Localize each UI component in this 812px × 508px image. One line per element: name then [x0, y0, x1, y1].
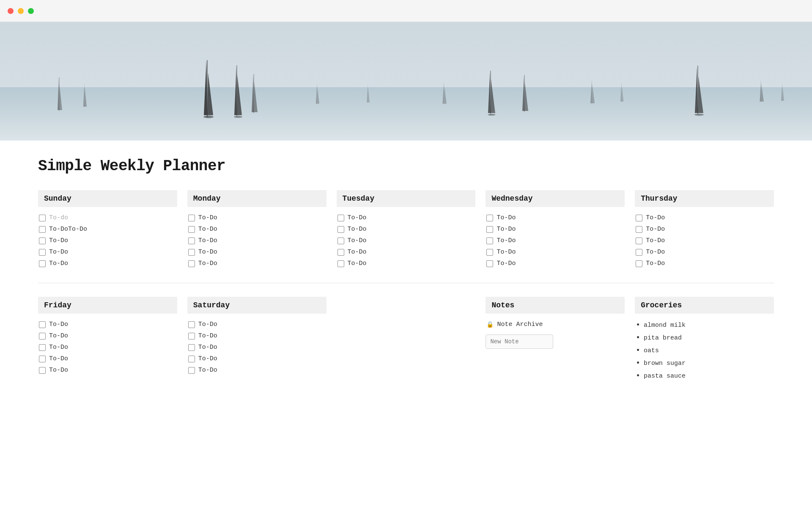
minimize-button[interactable] — [18, 8, 24, 14]
checkbox[interactable] — [188, 226, 195, 233]
todo-item[interactable]: To-Do — [187, 364, 326, 376]
todo-item[interactable]: To-Do — [337, 258, 476, 269]
todo-item[interactable]: To-Do — [337, 224, 476, 235]
todo-item[interactable]: To-Do — [337, 235, 476, 246]
svg-marker-9 — [59, 85, 62, 110]
checkbox[interactable] — [188, 249, 195, 256]
todo-item[interactable]: To-Do — [187, 224, 326, 235]
page-title: Simple Weekly Planner — [38, 157, 774, 175]
svg-marker-23 — [695, 67, 698, 113]
checkbox[interactable] — [188, 321, 195, 328]
todo-text: To-Do — [198, 226, 217, 233]
todo-item[interactable]: To-Do — [337, 246, 476, 258]
checkbox[interactable] — [39, 344, 46, 351]
checkbox[interactable] — [188, 237, 195, 244]
checkbox[interactable] — [39, 215, 46, 221]
todo-item[interactable]: To-DoTo-Do — [38, 224, 177, 235]
checkbox[interactable] — [636, 226, 642, 233]
day-column-friday: FridayTo-DoTo-DoTo-DoTo-DoTo-Do — [38, 297, 177, 376]
todo-text: To-Do — [198, 332, 217, 340]
todo-item[interactable]: To-Do — [187, 319, 326, 330]
checkbox[interactable] — [188, 260, 195, 267]
todo-item[interactable]: To-Do — [38, 246, 177, 258]
todo-item[interactable]: To-Do — [38, 235, 177, 246]
todo-item[interactable]: To-Do — [635, 258, 774, 269]
checkbox[interactable] — [636, 249, 642, 256]
checkbox[interactable] — [188, 367, 195, 374]
todo-item[interactable]: To-Do — [486, 212, 625, 224]
checkbox[interactable] — [188, 356, 195, 362]
todo-item[interactable]: To-Do — [486, 246, 625, 258]
day-column-sunday: SundayTo-doTo-DoTo-DoTo-DoTo-DoTo-Do — [38, 190, 177, 269]
todo-item[interactable]: To-Do — [337, 212, 476, 224]
day-column-monday: MondayTo-DoTo-DoTo-DoTo-DoTo-Do — [187, 190, 326, 269]
note-archive-link[interactable]: 🔒Note Archive — [486, 319, 625, 330]
svg-marker-33 — [590, 80, 592, 103]
checkbox[interactable] — [39, 260, 46, 267]
checkbox[interactable] — [486, 237, 493, 244]
checkbox[interactable] — [636, 260, 642, 267]
todo-text: To-Do — [348, 237, 367, 244]
todo-item[interactable]: To-Do — [187, 212, 326, 224]
checkbox[interactable] — [636, 237, 642, 244]
todo-item[interactable]: To-Do — [635, 224, 774, 235]
todo-item[interactable]: To-do — [38, 212, 177, 224]
checkbox[interactable] — [39, 333, 46, 340]
todo-item[interactable]: To-Do — [38, 342, 177, 353]
new-note-input[interactable] — [486, 334, 553, 349]
checkbox[interactable] — [337, 226, 344, 233]
close-button[interactable] — [8, 8, 14, 14]
day-column-tuesday: TuesdayTo-DoTo-DoTo-DoTo-DoTo-Do — [337, 190, 476, 269]
todo-item[interactable]: To-Do — [187, 342, 326, 353]
checkbox[interactable] — [486, 226, 493, 233]
checkbox[interactable] — [39, 356, 46, 362]
checkbox[interactable] — [39, 226, 46, 233]
todo-text: To-Do — [49, 332, 68, 340]
checkbox[interactable] — [188, 344, 195, 351]
todo-item[interactable]: To-Do — [486, 224, 625, 235]
todo-text: To-Do — [646, 226, 665, 233]
todo-text: To-Do — [49, 321, 68, 328]
checkbox[interactable] — [486, 249, 493, 256]
checkbox[interactable] — [39, 249, 46, 256]
groceries-header: Groceries — [635, 297, 774, 314]
checkbox[interactable] — [337, 260, 344, 267]
todo-text: To-Do — [49, 248, 68, 256]
todo-item[interactable]: To-Do — [187, 353, 326, 364]
hero-image — [0, 22, 812, 141]
checkbox[interactable] — [337, 249, 344, 256]
todo-item[interactable]: To-Do — [635, 235, 774, 246]
todo-item[interactable]: To-Do — [38, 330, 177, 342]
checkbox[interactable] — [486, 215, 493, 221]
checkbox[interactable] — [39, 237, 46, 244]
checkbox[interactable] — [188, 333, 195, 340]
checkbox[interactable] — [486, 260, 493, 267]
checkbox[interactable] — [636, 215, 642, 221]
checkbox[interactable] — [337, 237, 344, 244]
todo-item[interactable]: To-Do — [635, 212, 774, 224]
todo-item[interactable]: To-Do — [486, 235, 625, 246]
grocery-item: almond milk — [635, 319, 774, 331]
todo-item[interactable]: To-Do — [486, 258, 625, 269]
checkbox[interactable] — [188, 215, 195, 221]
todo-item[interactable]: To-Do — [38, 353, 177, 364]
checkbox[interactable] — [39, 321, 46, 328]
todo-text: To-Do — [198, 248, 217, 256]
todo-item[interactable]: To-Do — [635, 246, 774, 258]
todo-item[interactable]: To-Do — [38, 364, 177, 376]
todo-text: To-DoTo-Do — [49, 226, 87, 233]
todo-item[interactable]: To-Do — [187, 246, 326, 258]
todo-item[interactable]: To-Do — [187, 235, 326, 246]
maximize-button[interactable] — [28, 8, 34, 14]
day-header-thursday: Thursday — [635, 190, 774, 207]
todo-item[interactable]: To-Do — [187, 258, 326, 269]
todo-item[interactable]: To-Do — [187, 330, 326, 342]
todo-text: To-Do — [646, 214, 665, 221]
svg-marker-32 — [444, 86, 447, 104]
day-header-wednesday: Wednesday — [486, 190, 625, 207]
day-column-saturday: SaturdayTo-DoTo-DoTo-DoTo-DoTo-Do — [187, 297, 326, 376]
todo-item[interactable]: To-Do — [38, 258, 177, 269]
todo-item[interactable]: To-Do — [38, 319, 177, 330]
checkbox[interactable] — [337, 215, 344, 221]
checkbox[interactable] — [39, 367, 46, 374]
